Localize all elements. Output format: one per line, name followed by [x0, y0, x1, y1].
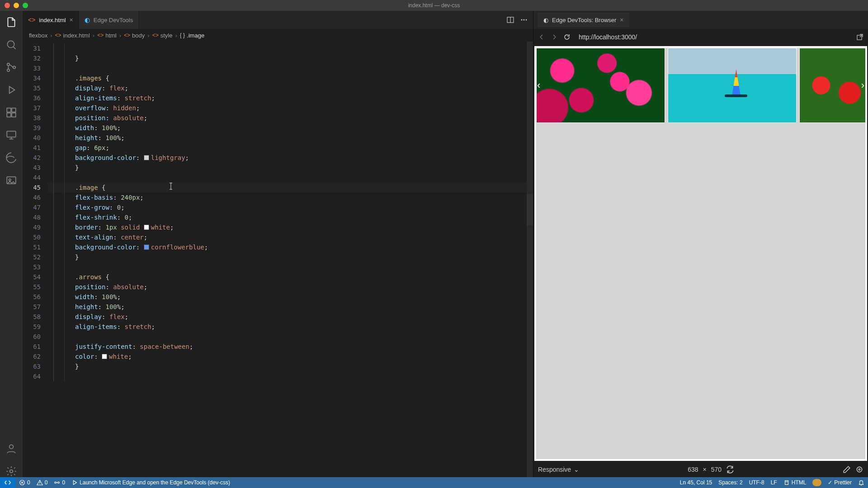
window-titlebar: index.html — dev-css	[0, 0, 868, 11]
preview-image	[799, 48, 865, 123]
line-gutter: 3132333435363738394041424344454647484950…	[23, 42, 48, 477]
svg-point-11	[9, 445, 14, 449]
dimension-separator: ×	[703, 466, 706, 473]
device-mode-label: Responsive	[538, 466, 571, 473]
svg-point-3	[13, 66, 15, 68]
svg-point-25	[58, 482, 60, 483]
svg-point-14	[521, 19, 523, 21]
problems-errors[interactable]: 0	[19, 479, 30, 486]
preview-image	[668, 48, 797, 123]
device-toolbar: Responsive ⌄ 638 × 570	[533, 462, 868, 477]
more-icon[interactable]	[520, 16, 528, 23]
code-editor[interactable]: 3132333435363738394041424344454647484950…	[23, 42, 533, 477]
forward-icon[interactable]	[551, 33, 558, 41]
forwarded-ports[interactable]: 0	[54, 479, 65, 486]
device-mode-select[interactable]: Responsive ⌄	[538, 466, 579, 473]
svg-rect-8	[7, 131, 16, 137]
indentation[interactable]: Spaces: 2	[718, 479, 742, 486]
search-icon[interactable]	[5, 39, 17, 51]
svg-rect-6	[7, 113, 11, 117]
tab-actions	[501, 11, 533, 29]
svg-point-12	[10, 470, 13, 473]
svg-point-16	[526, 19, 527, 21]
file-html-icon: <>	[28, 16, 35, 23]
preview-viewport[interactable]: ‹ ›	[534, 46, 867, 461]
remote-indicator[interactable]	[0, 477, 15, 488]
edge-icon: ◐	[85, 16, 90, 23]
svg-point-15	[524, 19, 525, 21]
open-external-icon[interactable]	[856, 33, 863, 41]
svg-rect-5	[12, 108, 16, 112]
language-mode[interactable]: HTML	[783, 479, 807, 486]
minimap[interactable]	[527, 42, 533, 477]
reload-icon[interactable]	[563, 33, 571, 41]
breadcrumb-seg[interactable]: <>index.html	[55, 32, 90, 39]
tab-label: Edge DevTools	[94, 17, 133, 23]
chevron-down-icon: ⌄	[574, 466, 579, 473]
svg-rect-4	[7, 108, 11, 112]
close-icon[interactable]: ×	[70, 16, 73, 23]
preview-image	[536, 48, 665, 123]
svg-point-1	[7, 63, 9, 66]
viewport-width[interactable]: 638	[688, 466, 698, 473]
devtools-browser-panel: ◐ Edge DevTools: Browser × http://localh…	[533, 11, 868, 477]
minimize-window[interactable]	[14, 3, 19, 8]
breadcrumb-seg[interactable]: <>html	[97, 32, 117, 39]
svg-rect-7	[12, 113, 16, 117]
prettier-status[interactable]: ✓Prettier	[828, 479, 852, 486]
encoding[interactable]: UTF-8	[749, 479, 764, 486]
run-debug-icon[interactable]	[5, 84, 17, 96]
window-title: index.html — dev-css	[408, 2, 460, 9]
notifications-icon[interactable]	[858, 479, 864, 486]
cursor-position[interactable]: Ln 45, Col 15	[680, 479, 712, 486]
breadcrumb[interactable]: flexbox› <>index.html› <>html› <>body› <…	[23, 29, 533, 42]
launch-edge-task[interactable]: Launch Microsoft Edge and open the Edge …	[71, 479, 230, 486]
window-controls	[0, 3, 28, 8]
extensions-icon[interactable]	[5, 107, 17, 118]
tab-label: index.html	[39, 17, 66, 23]
status-pill[interactable]	[812, 479, 821, 486]
svg-point-21	[857, 467, 862, 472]
close-icon[interactable]: ×	[620, 16, 623, 23]
explorer-icon[interactable]	[5, 16, 17, 28]
browser-toolbar: http://localhost:3000/	[533, 29, 868, 45]
edge-icon: ◐	[543, 17, 548, 23]
back-icon[interactable]	[538, 33, 545, 41]
close-window[interactable]	[5, 3, 10, 8]
tab-index-html[interactable]: <> index.html ×	[23, 11, 79, 29]
breadcrumb-seg[interactable]: <>style	[152, 32, 173, 39]
address-bar[interactable]: http://localhost:3000/	[576, 32, 851, 42]
editor-tabs: <> index.html × ◐ Edge DevTools	[23, 11, 533, 29]
split-editor-icon[interactable]	[507, 16, 514, 23]
editor-group: <> index.html × ◐ Edge DevTools flexbox›…	[23, 11, 533, 477]
source-control-icon[interactable]	[5, 61, 17, 73]
tab-edge-devtools[interactable]: ◐ Edge DevTools	[79, 11, 139, 29]
rotate-icon[interactable]	[726, 465, 734, 474]
remote-explorer-icon[interactable]	[5, 129, 17, 141]
breadcrumb-seg[interactable]: { }.image	[180, 32, 204, 39]
tab-label: Edge DevTools: Browser	[552, 17, 616, 23]
edge-tools-icon[interactable]	[5, 152, 17, 164]
eol[interactable]: LF	[771, 479, 777, 486]
breadcrumb-seg[interactable]: <>body	[124, 32, 145, 39]
svg-point-22	[859, 469, 860, 470]
preview-images-row	[536, 48, 865, 459]
svg-point-24	[55, 482, 57, 483]
activity-bar	[0, 11, 23, 477]
breadcrumb-seg[interactable]: flexbox	[29, 32, 47, 39]
svg-point-2	[7, 69, 9, 71]
code-content[interactable]: }.images {display: flex;align-items: str…	[48, 42, 533, 477]
image-icon[interactable]	[5, 174, 17, 186]
svg-point-0	[7, 41, 14, 47]
problems-warnings[interactable]: 0	[37, 479, 48, 486]
viewport-height[interactable]: 570	[711, 466, 722, 473]
account-icon[interactable]	[5, 443, 17, 455]
tab-devtools-browser[interactable]: ◐ Edge DevTools: Browser ×	[538, 13, 629, 27]
maximize-window[interactable]	[23, 3, 28, 8]
target-icon[interactable]	[855, 465, 863, 474]
svg-point-10	[9, 179, 11, 181]
edit-icon[interactable]	[843, 465, 851, 474]
gear-icon[interactable]	[5, 465, 17, 477]
status-bar: 0 0 0 Launch Microsoft Edge and open the…	[0, 477, 868, 488]
